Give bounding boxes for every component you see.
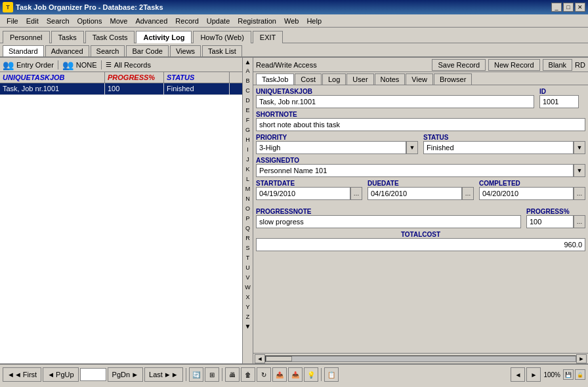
subtab-views[interactable]: Views	[170, 45, 201, 56]
status-dropdown-btn[interactable]: ▼	[574, 141, 585, 154]
refresh2-icon[interactable]: ↻	[257, 367, 271, 382]
tab-howto[interactable]: HowTo (Web)	[193, 31, 251, 43]
duedate-picker-btn[interactable]: …	[462, 187, 474, 200]
alpha-v[interactable]: V	[243, 273, 253, 283]
menu-advanced[interactable]: Advanced	[131, 16, 171, 26]
progressnote-input[interactable]	[256, 215, 521, 228]
import-icon[interactable]: 📥	[288, 367, 303, 382]
rtab-log[interactable]: Log	[322, 73, 346, 85]
totalcost-input[interactable]	[256, 238, 585, 251]
last-button[interactable]: Last ►►	[144, 367, 183, 382]
progresspct-input[interactable]	[526, 215, 574, 228]
alpha-n[interactable]: N	[243, 194, 253, 204]
menu-options[interactable]: Options	[74, 16, 106, 26]
priority-dropdown-btn[interactable]: ▼	[406, 141, 418, 154]
id-input[interactable]	[539, 95, 579, 108]
rtab-taskjob[interactable]: TaskJob	[256, 73, 294, 85]
nav-right-icon[interactable]: ►	[526, 367, 541, 382]
progresspct-btn[interactable]: …	[574, 215, 585, 228]
print-icon[interactable]: 🖶	[225, 367, 240, 382]
alpha-s[interactable]: S	[243, 243, 253, 253]
save-record-button[interactable]: Save Record	[432, 59, 486, 71]
tab-task-costs[interactable]: Task Costs	[85, 31, 135, 43]
menu-registration[interactable]: Registration	[234, 16, 280, 26]
subtab-standard[interactable]: Standard	[3, 45, 44, 56]
menu-search[interactable]: Search	[43, 16, 74, 26]
menu-move[interactable]: Move	[106, 16, 131, 26]
hscroll-bar[interactable]: ◄ ►	[253, 353, 588, 363]
alpha-r[interactable]: R	[243, 234, 253, 243]
refresh-icon[interactable]: 🔄	[189, 367, 203, 382]
priority-input[interactable]	[256, 141, 406, 154]
alpha-up-arrow[interactable]: ▲	[244, 58, 252, 66]
report-icon[interactable]: 📋	[324, 367, 339, 382]
delete-icon[interactable]: 🗑	[241, 367, 255, 382]
first-button[interactable]: ◄◄ First	[3, 367, 41, 382]
status-icon-1[interactable]: 💾	[563, 369, 574, 380]
startdate-input[interactable]	[256, 187, 350, 200]
alpha-h[interactable]: H	[243, 135, 253, 145]
tab-exit[interactable]: EXIT	[253, 31, 283, 43]
rtab-cost[interactable]: Cost	[295, 73, 322, 85]
maximize-button[interactable]: □	[563, 3, 574, 12]
alpha-q[interactable]: Q	[243, 224, 253, 234]
status-input[interactable]	[423, 141, 574, 154]
rtab-view[interactable]: View	[406, 73, 433, 85]
scroll-right-btn[interactable]: ►	[576, 354, 587, 363]
alpha-f[interactable]: F	[243, 115, 253, 125]
tab-activity-log[interactable]: Activity Log	[136, 31, 192, 43]
alpha-down-arrow[interactable]: ▼	[244, 322, 252, 331]
alpha-w[interactable]: W	[243, 283, 253, 293]
rtab-browser[interactable]: Browser	[434, 73, 472, 85]
menu-edit[interactable]: Edit	[22, 16, 43, 26]
menu-help[interactable]: Help	[303, 16, 326, 26]
new-record-button[interactable]: New Record	[488, 59, 540, 71]
alpha-l[interactable]: L	[243, 174, 253, 184]
assignedto-dropdown-btn[interactable]: ▼	[574, 164, 585, 177]
info-icon[interactable]: 💡	[304, 367, 318, 382]
alpha-y[interactable]: Y	[243, 302, 253, 312]
minimize-button[interactable]: _	[551, 3, 562, 12]
duedate-input[interactable]	[368, 187, 462, 200]
completed-input[interactable]	[479, 187, 574, 200]
subtab-advanced[interactable]: Advanced	[45, 45, 89, 56]
alpha-e[interactable]: E	[243, 106, 253, 115]
subtab-tasklist[interactable]: Task List	[202, 45, 242, 56]
alpha-m[interactable]: M	[243, 184, 253, 194]
alpha-b[interactable]: B	[243, 76, 253, 86]
scroll-left-btn[interactable]: ◄	[255, 354, 265, 363]
menu-file[interactable]: File	[3, 16, 22, 26]
tab-personnel[interactable]: Personnel	[3, 31, 50, 43]
alpha-g[interactable]: G	[243, 125, 253, 135]
alpha-o[interactable]: O	[243, 204, 253, 214]
tab-tasks[interactable]: Tasks	[51, 31, 84, 43]
table-row[interactable]: Task, Job nr.1001 100 Finished	[0, 83, 242, 95]
alpha-i[interactable]: I	[243, 145, 253, 155]
menu-record[interactable]: Record	[171, 16, 202, 26]
nav-left-icon[interactable]: ◄	[511, 367, 525, 382]
grid-icon[interactable]: ⊞	[205, 367, 219, 382]
export-icon[interactable]: 📤	[272, 367, 287, 382]
shortnote-input[interactable]	[256, 118, 585, 131]
page-input[interactable]	[80, 368, 106, 381]
alpha-p[interactable]: P	[243, 214, 253, 224]
rtab-user[interactable]: User	[346, 73, 373, 85]
alpha-z[interactable]: Z	[243, 312, 253, 322]
alpha-c[interactable]: C	[243, 86, 253, 96]
alpha-k[interactable]: K	[243, 165, 253, 174]
completed-picker-btn[interactable]: …	[574, 187, 585, 200]
alpha-d[interactable]: D	[243, 96, 253, 106]
startdate-picker-btn[interactable]: …	[350, 187, 362, 200]
scroll-thumb[interactable]	[266, 356, 292, 361]
uniquetaskjob-input[interactable]	[256, 95, 534, 108]
alpha-a[interactable]: A	[243, 66, 253, 76]
alpha-x[interactable]: X	[243, 293, 253, 302]
assignedto-input[interactable]	[256, 164, 574, 177]
subtab-barcode[interactable]: Bar Code	[126, 45, 168, 56]
alpha-j[interactable]: J	[243, 155, 253, 165]
alpha-t[interactable]: T	[243, 253, 253, 263]
menu-web[interactable]: Web	[280, 16, 303, 26]
subtab-search[interactable]: Search	[91, 45, 125, 56]
pgdn-button[interactable]: PgDn ►	[108, 367, 143, 382]
status-icon-2[interactable]: 🔒	[575, 369, 585, 380]
